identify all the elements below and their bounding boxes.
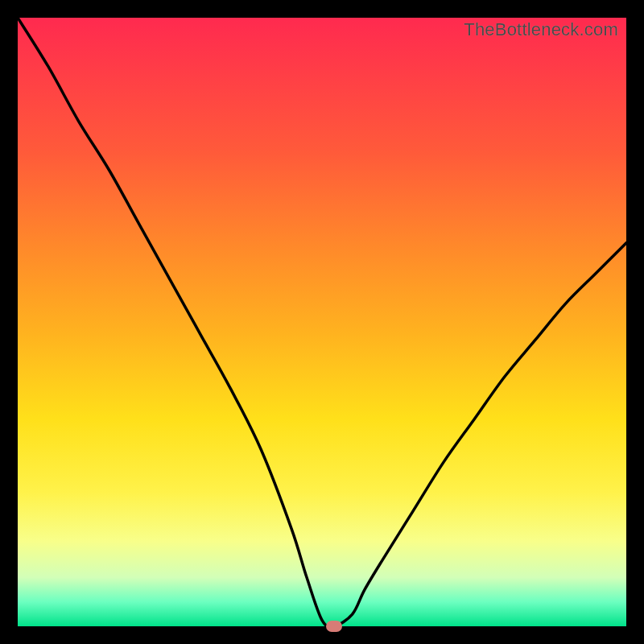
chart-frame: TheBottleneck.com: [0, 0, 644, 644]
bottleneck-curve: [18, 18, 626, 626]
chart-plot-area: TheBottleneck.com: [18, 18, 626, 626]
optimal-point-marker: [326, 621, 342, 632]
